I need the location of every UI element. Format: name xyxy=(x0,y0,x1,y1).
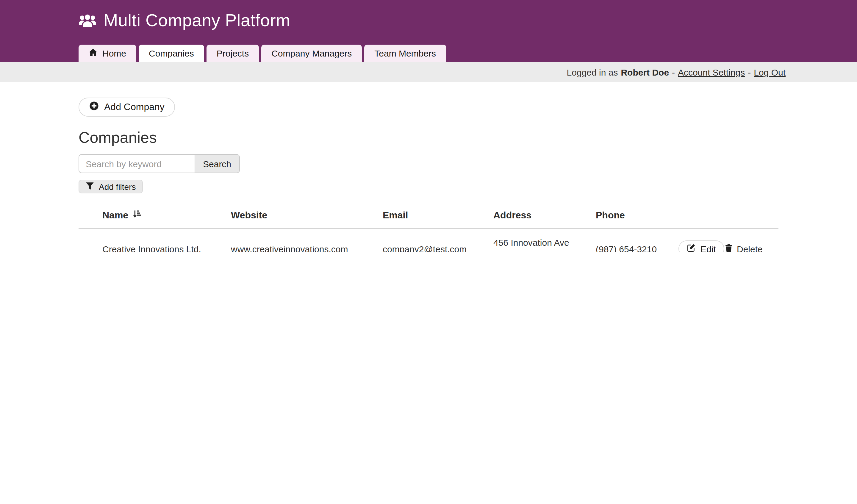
brand: Multi Company Platform xyxy=(79,11,778,30)
tab-home[interactable]: Home xyxy=(79,45,136,62)
app-header: Multi Company Platform Home Companies Pr xyxy=(0,0,857,62)
sort-amount-down-icon xyxy=(132,210,141,221)
app-window: Multi Company Platform Home Companies Pr xyxy=(0,0,857,252)
tab-team-members[interactable]: Team Members xyxy=(364,45,446,62)
cell-address: 456 Innovation Ave Creativity Town, CA xyxy=(493,228,596,252)
separator: - xyxy=(748,67,751,77)
cell-name: Creative Innovations Ltd. xyxy=(79,228,231,252)
search-bar: Search xyxy=(79,154,778,173)
delete-action[interactable]: Delete xyxy=(725,242,763,252)
table-header-row: Name xyxy=(79,204,778,228)
users-icon xyxy=(79,13,97,28)
edit-pen-square-icon xyxy=(687,243,696,252)
search-input[interactable] xyxy=(79,154,195,173)
add-company-button[interactable]: Add Company xyxy=(79,98,175,117)
logged-in-text: Logged in as xyxy=(567,67,618,77)
column-header-phone: Phone xyxy=(596,204,678,228)
column-header-edit xyxy=(678,204,725,228)
account-settings-link[interactable]: Account Settings xyxy=(678,67,745,77)
add-filters-button[interactable]: Add filters xyxy=(79,180,143,194)
companies-table: Name xyxy=(79,204,778,252)
column-header-address: Address xyxy=(493,204,596,228)
plus-circle-icon xyxy=(89,101,99,113)
separator: - xyxy=(672,67,675,77)
column-header-email: Email xyxy=(383,204,493,228)
main-content: Add Company Companies Search Add filters xyxy=(79,82,778,252)
email-link[interactable]: company2@test.com xyxy=(383,244,467,252)
app-title: Multi Company Platform xyxy=(103,11,290,30)
column-header-delete xyxy=(725,204,778,228)
home-icon xyxy=(89,48,98,58)
account-bar: Logged in as Robert Doe - Account Settin… xyxy=(0,62,857,82)
phone-link[interactable]: (987) 654-3210 xyxy=(596,244,657,252)
log-out-link[interactable]: Log Out xyxy=(754,67,786,77)
tab-company-managers[interactable]: Company Managers xyxy=(261,45,362,62)
username: Robert Doe xyxy=(621,67,669,77)
column-header-name[interactable]: Name xyxy=(79,204,231,228)
search-button[interactable]: Search xyxy=(195,154,239,173)
table-row: Creative Innovations Ltd. www.creativein… xyxy=(79,228,778,252)
page-title: Companies xyxy=(79,129,778,146)
tab-companies[interactable]: Companies xyxy=(139,45,204,62)
trash-icon xyxy=(725,242,733,252)
filter-funnel-icon xyxy=(86,182,94,191)
main-nav: Home Companies Projects Company Managers… xyxy=(79,45,778,62)
website-link[interactable]: www.creativeinnovations.com xyxy=(231,244,348,252)
column-header-website: Website xyxy=(231,204,383,228)
edit-button[interactable]: Edit xyxy=(678,240,724,252)
tab-projects[interactable]: Projects xyxy=(206,45,259,62)
